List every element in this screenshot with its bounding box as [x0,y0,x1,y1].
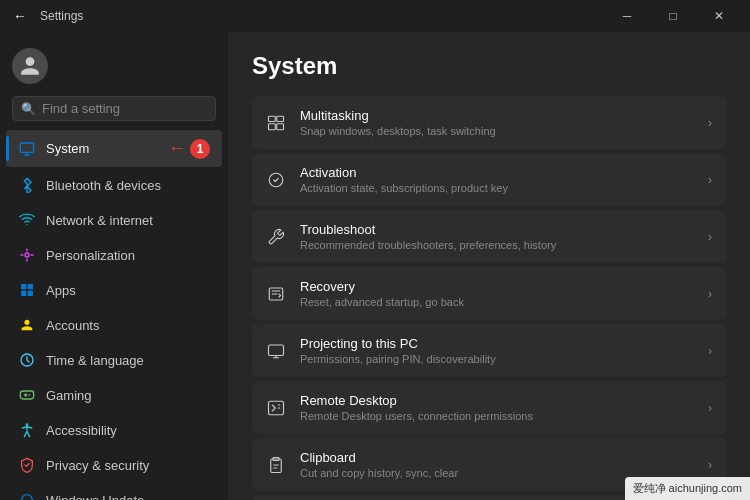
red-arrow-icon: ← [168,138,186,159]
sidebar-item-accounts[interactable]: Accounts [6,308,222,342]
titlebar-left: ← Settings [8,4,83,28]
app-body: 🔍 System ← 1 [0,32,750,500]
sidebar-item-bluetooth[interactable]: Bluetooth & devices [6,168,222,202]
multitasking-text: Multitasking Snap windows, desktops, tas… [300,108,694,137]
recovery-icon [266,284,286,304]
clipboard-chevron: › [708,458,712,472]
time-icon [18,351,36,369]
recovery-desc: Reset, advanced startup, go back [300,296,694,308]
svg-rect-10 [277,116,284,121]
projecting-text: Projecting to this PC Permissions, pairi… [300,336,694,365]
svg-point-1 [25,253,29,257]
multitasking-title: Multitasking [300,108,694,123]
gaming-icon [18,386,36,404]
settings-list: Multitasking Snap windows, desktops, tas… [252,96,726,500]
sidebar-label-bluetooth: Bluetooth & devices [46,178,161,193]
setting-item-activation[interactable]: Activation Activation state, subscriptio… [252,153,726,206]
svg-rect-3 [28,284,33,289]
multitasking-desc: Snap windows, desktops, task switching [300,125,694,137]
sidebar-item-update[interactable]: Windows Update [6,483,222,500]
recovery-chevron: › [708,287,712,301]
sidebar-item-apps[interactable]: Apps [6,273,222,307]
remote-desktop-desc: Remote Desktop users, connection permiss… [300,410,694,422]
sidebar-label-privacy: Privacy & security [46,458,149,473]
sidebar-item-network[interactable]: Network & internet [6,203,222,237]
remote-desktop-icon [266,398,286,418]
minimize-button[interactable]: ─ [604,0,650,32]
sidebar-item-accessibility[interactable]: Accessibility [6,413,222,447]
troubleshoot-chevron: › [708,230,712,244]
update-icon [18,491,36,500]
setting-item-projecting[interactable]: Projecting to this PC Permissions, pairi… [252,324,726,377]
sidebar-label-apps: Apps [46,283,76,298]
content-area: System Multitasking Snap windows, deskto… [228,32,750,500]
sidebar-label-gaming: Gaming [46,388,92,403]
search-icon: 🔍 [21,102,36,116]
clipboard-icon [266,455,286,475]
step-badge: 1 [190,139,210,159]
svg-rect-15 [269,345,284,356]
search-box[interactable]: 🔍 [12,96,216,121]
apps-icon [18,281,36,299]
sidebar-label-personalization: Personalization [46,248,135,263]
troubleshoot-title: Troubleshoot [300,222,694,237]
personalization-icon [18,246,36,264]
back-button[interactable]: ← [8,4,32,28]
sidebar-item-system[interactable]: System ← 1 [6,130,222,167]
svg-rect-12 [277,123,284,129]
projecting-title: Projecting to this PC [300,336,694,351]
sidebar-label-update: Windows Update [46,493,144,501]
svg-rect-11 [269,123,276,129]
sidebar-item-gaming[interactable]: Gaming [6,378,222,412]
activation-icon [266,170,286,190]
user-profile[interactable] [0,40,228,96]
projecting-icon [266,341,286,361]
sidebar-nav: System ← 1 Bluetooth & devices [0,129,228,500]
activation-title: Activation [300,165,694,180]
search-input[interactable] [42,101,210,116]
sidebar-item-time[interactable]: Time & language [6,343,222,377]
accessibility-icon [18,421,36,439]
sidebar: 🔍 System ← 1 [0,32,228,500]
clipboard-text: Clipboard Cut and copy history, sync, cl… [300,450,694,479]
clipboard-title: Clipboard [300,450,694,465]
svg-rect-9 [269,116,276,121]
setting-item-troubleshoot[interactable]: Troubleshoot Recommended troubleshooters… [252,210,726,263]
close-button[interactable]: ✕ [696,0,742,32]
avatar [12,48,48,84]
bluetooth-icon [18,176,36,194]
setting-item-multitasking[interactable]: Multitasking Snap windows, desktops, tas… [252,96,726,149]
sidebar-label-accessibility: Accessibility [46,423,117,438]
watermark: 爱纯净 aichunjing.com [625,477,750,500]
multitasking-icon [266,113,286,133]
remote-desktop-title: Remote Desktop [300,393,694,408]
sidebar-item-privacy[interactable]: Privacy & security [6,448,222,482]
troubleshoot-desc: Recommended troubleshooters, preferences… [300,239,694,251]
recovery-title: Recovery [300,279,694,294]
activation-text: Activation Activation state, subscriptio… [300,165,694,194]
network-icon [18,211,36,229]
privacy-icon [18,456,36,474]
titlebar: ← Settings ─ □ ✕ [0,0,750,32]
sidebar-item-personalization[interactable]: Personalization [6,238,222,272]
troubleshoot-icon [266,227,286,247]
activation-chevron: › [708,173,712,187]
recovery-text: Recovery Reset, advanced startup, go bac… [300,279,694,308]
sidebar-label-system: System [46,141,89,156]
setting-item-remote-desktop[interactable]: Remote Desktop Remote Desktop users, con… [252,381,726,434]
projecting-desc: Permissions, pairing PIN, discoverabilit… [300,353,694,365]
sidebar-label-network: Network & internet [46,213,153,228]
sidebar-label-accounts: Accounts [46,318,99,333]
activation-desc: Activation state, subscriptions, product… [300,182,694,194]
svg-rect-4 [21,291,26,296]
window-controls: ─ □ ✕ [604,0,742,32]
troubleshoot-text: Troubleshoot Recommended troubleshooters… [300,222,694,251]
svg-point-8 [26,423,29,426]
maximize-button[interactable]: □ [650,0,696,32]
sidebar-label-time: Time & language [46,353,144,368]
svg-rect-16 [269,401,284,415]
setting-item-recovery[interactable]: Recovery Reset, advanced startup, go bac… [252,267,726,320]
svg-rect-2 [21,284,26,289]
page-title: System [252,52,726,80]
accounts-icon [18,316,36,334]
